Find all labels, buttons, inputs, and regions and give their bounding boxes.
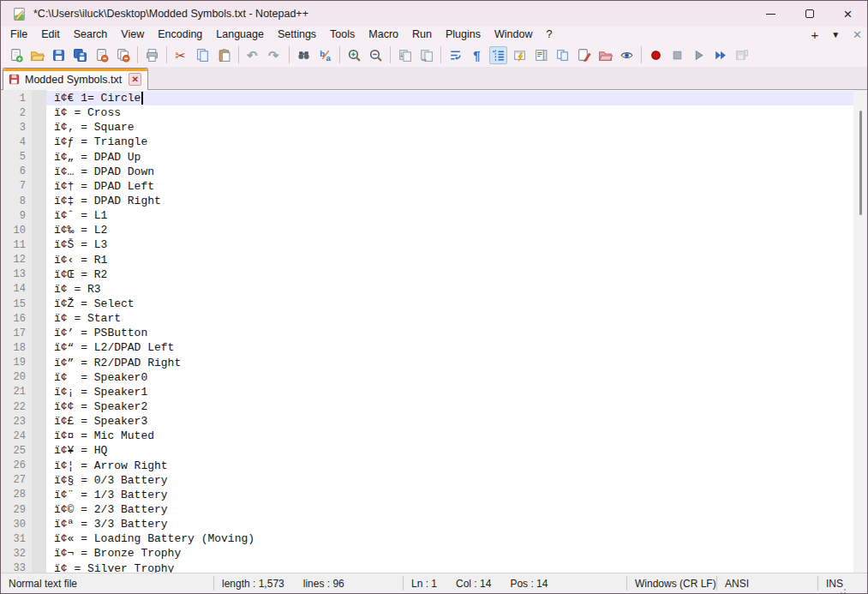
editor-line[interactable]: 25ï¢¥ = HQ (1, 443, 853, 458)
editor-line[interactable]: 5ï¢„ = DPAD Up (1, 150, 853, 165)
new-file-button[interactable] (7, 46, 25, 64)
minimize-button[interactable] (751, 1, 790, 27)
menu-search[interactable]: Search (67, 27, 115, 43)
close-all-button[interactable] (114, 46, 132, 64)
menu-encoding[interactable]: Encoding (151, 27, 209, 43)
menu-edit[interactable]: Edit (34, 27, 67, 43)
tab-close-icon[interactable]: ✕ (129, 73, 141, 86)
find-button[interactable] (295, 46, 313, 64)
resize-grip[interactable] (844, 589, 846, 591)
show-all-characters-button[interactable]: ¶ (468, 46, 486, 64)
editor-line[interactable]: 9ï¢ˆ = L1 (1, 208, 853, 223)
editor-line[interactable]: 8ï¢‡ = DPAD Right (1, 194, 853, 208)
editor-line[interactable]: 14ï¢ = R3 (1, 282, 853, 297)
maximize-button[interactable] (790, 1, 829, 27)
bookmark-margin-cell (32, 282, 46, 297)
zoom-in-button[interactable] (345, 46, 363, 64)
close-file-icon (94, 48, 109, 63)
macro-run-multiple-button[interactable] (711, 46, 729, 64)
line-text: ï¢¥ = HQ (46, 443, 853, 458)
editor-line[interactable]: 29ï¢© = 2/3 Battery (1, 502, 853, 517)
menu-language[interactable]: Language (209, 27, 271, 43)
editor-line[interactable]: 15ï¢Ž = Select (1, 297, 853, 311)
status-eol-format: Windows (CR LF) (627, 573, 717, 593)
zoom-out-button[interactable] (367, 46, 385, 64)
line-text: ï¢ = Silver Trophy (46, 561, 853, 573)
menu-help[interactable]: ? (539, 27, 559, 43)
menu-view[interactable]: View (114, 27, 151, 43)
macro-save-button[interactable] (733, 46, 751, 64)
editor-line[interactable]: 24ï¢¤ = Mic Muted (1, 429, 853, 443)
editor-line[interactable]: 26ï¢¦ = Arrow Right (1, 459, 853, 473)
save-all-button[interactable] (71, 46, 89, 64)
tab-modded-symbols[interactable]: Modded Symbols.txt ✕ (3, 68, 148, 90)
document-list-button[interactable] (554, 46, 572, 64)
editor-line[interactable]: 18ï¢“ = L2/DPAD Left (1, 340, 853, 355)
editor[interactable]: 1ï¢€ 1= Circle2ï¢ = Cross3ï¢‚ = Square4ï… (1, 90, 867, 573)
editor-line[interactable]: 22ï¢¢ = Speaker2 (1, 399, 853, 414)
editor-line[interactable]: 12ï¢‹ = R1 (1, 253, 853, 267)
editor-line[interactable]: 3ï¢‚ = Square (1, 120, 853, 135)
editor-line[interactable]: 21ï¢¡ = Speaker1 (1, 385, 853, 399)
save-file-button[interactable] (50, 46, 68, 64)
close-button[interactable]: × (829, 1, 867, 27)
line-number: 4 (1, 136, 32, 148)
print-button[interactable] (143, 46, 161, 64)
define-language-button[interactable] (511, 46, 529, 64)
editor-line[interactable]: 20ï¢ = Speaker0 (1, 370, 853, 385)
paste-button[interactable] (215, 46, 233, 64)
vertical-scrollbar-thumb[interactable] (859, 111, 862, 215)
macro-play-button[interactable] (690, 46, 708, 64)
cut-button[interactable]: ✂ (172, 46, 190, 64)
macro-stop-button[interactable] (668, 46, 686, 64)
editor-line[interactable]: 7ï¢† = DPAD Left (1, 179, 853, 194)
editor-line[interactable]: 13ï¢Œ = R2 (1, 267, 853, 282)
editor-line[interactable]: 2ï¢ = Cross (1, 105, 853, 120)
folder-as-workspace-button[interactable] (596, 46, 614, 64)
editor-line[interactable]: 10ï¢‰ = L2 (1, 223, 853, 237)
close-file-button[interactable] (93, 46, 111, 64)
editor-line[interactable]: 6ï¢… = DPAD Down (1, 165, 853, 179)
monitoring-eye-button[interactable] (618, 46, 636, 64)
menu-tools[interactable]: Tools (323, 27, 362, 43)
menu-window[interactable]: Window (488, 27, 539, 43)
function-list-button[interactable] (575, 46, 593, 64)
sync-horizontal-scroll-button[interactable] (417, 46, 435, 64)
close-document-icon[interactable]: ✕ (853, 29, 862, 40)
editor-line[interactable]: 30ï¢ª = 3/3 Battery (1, 517, 853, 531)
menu-run[interactable]: Run (405, 27, 439, 43)
document-map-button[interactable] (532, 46, 550, 64)
menu-settings[interactable]: Settings (271, 27, 323, 43)
redo-button[interactable]: ↷ (266, 46, 284, 64)
replace-button[interactable]: ba (316, 46, 334, 64)
editor-line[interactable]: 1ï¢€ 1= Circle (1, 91, 853, 105)
menu-plugins[interactable]: Plugins (439, 27, 488, 43)
copy-button[interactable] (194, 46, 212, 64)
editor-line[interactable]: 11ï¢Š = L3 (1, 237, 853, 252)
bookmark-margin-cell (32, 517, 46, 531)
sync-vertical-scroll-button[interactable] (396, 46, 414, 64)
vertical-scrollbar[interactable] (853, 90, 867, 573)
editor-line[interactable]: 33ï¢ = Silver Trophy (1, 561, 853, 573)
close-all-icon (116, 48, 130, 63)
editor-line[interactable]: 27ï¢§ = 0/3 Battery (1, 473, 853, 488)
show-indent-guide-button[interactable] (489, 46, 507, 64)
editor-line[interactable]: 28ï¢¨ = 1/3 Battery (1, 488, 853, 502)
menu-macro[interactable]: Macro (362, 27, 405, 43)
editor-line[interactable]: 32ï¢¬ = Bronze Trophy (1, 546, 853, 561)
bookmark-margin-cell (32, 356, 46, 370)
editor-line[interactable]: 16ï¢ = Start (1, 311, 853, 326)
editor-line[interactable]: 19ï¢” = R2/DPAD Right (1, 356, 853, 370)
editor-line[interactable]: 17ï¢’ = PSButton (1, 326, 853, 340)
editor-line[interactable]: 23ï¢£ = Speaker3 (1, 414, 853, 429)
macro-record-button[interactable] (647, 46, 665, 64)
open-file-button[interactable] (28, 46, 46, 64)
word-wrap-button[interactable] (446, 46, 464, 64)
editor-line[interactable]: 4ï¢ƒ = Triangle (1, 135, 853, 149)
toolbar-separator (440, 46, 441, 63)
tab-list-dropdown-icon[interactable]: ▼ (831, 31, 840, 39)
new-tab-plus-icon[interactable]: + (811, 28, 818, 41)
editor-line[interactable]: 31ï¢« = Loading Battery (Moving) (1, 531, 853, 546)
menu-file[interactable]: File (3, 27, 34, 43)
undo-button[interactable]: ↶ (244, 46, 262, 64)
